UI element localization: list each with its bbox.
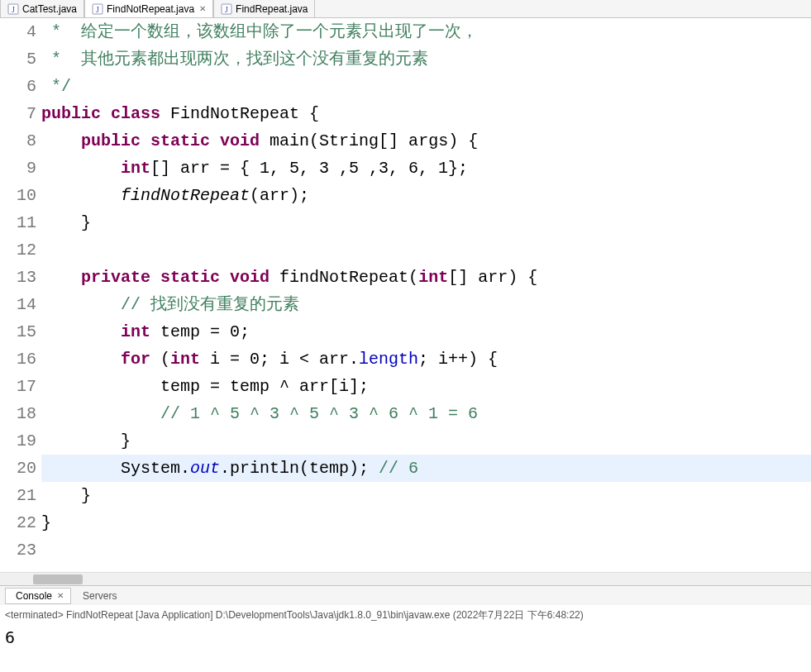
java-file-icon: J <box>221 3 232 15</box>
code-line-11[interactable]: } <box>41 209 811 236</box>
svg-text:J: J <box>12 5 15 14</box>
line-number: 7 <box>0 100 36 127</box>
code-line-5[interactable]: * 其他元素都出现两次，找到这个没有重复的元素 <box>41 45 811 73</box>
editor-tab-1[interactable]: JFindNotRepeat.java✕ <box>84 0 213 17</box>
line-number: 11 <box>0 209 36 236</box>
code-line-14[interactable]: // 找到没有重复的元素 <box>41 291 811 318</box>
line-number: 8 <box>0 127 36 155</box>
tab-label: FindRepeat.java <box>236 3 308 15</box>
code-line-9[interactable]: int[] arr = { 1, 5, 3 ,5 ,3, 6, 1}; <box>41 155 811 182</box>
code-line-16[interactable]: for (int i = 0; i < arr.length; i++) { <box>41 346 811 373</box>
code-line-8[interactable]: public static void main(String[] args) { <box>41 127 811 155</box>
java-file-icon: J <box>7 3 19 15</box>
line-number: 10 <box>0 182 36 209</box>
line-number: 9 <box>0 155 36 182</box>
line-number: 21 <box>0 482 36 509</box>
close-icon[interactable]: ✕ <box>199 4 206 13</box>
code-line-4[interactable]: * 给定一个数组，该数组中除了一个元素只出现了一次， <box>41 18 811 45</box>
line-number: 6 <box>0 73 36 100</box>
line-number: 14 <box>0 291 36 318</box>
svg-text:J: J <box>225 5 228 14</box>
tab-label: FindNotRepeat.java <box>107 3 194 15</box>
tab-console[interactable]: Console ✕ <box>5 588 71 604</box>
code-line-20[interactable]: System.out.println(temp); // 6 <box>41 455 811 482</box>
console-panel: <terminated> FindNotRepeat [Java Applica… <box>0 605 811 626</box>
line-number: 18 <box>0 400 36 427</box>
svg-text:J: J <box>96 5 99 14</box>
close-icon[interactable]: ✕ <box>57 591 64 600</box>
line-number: 13 <box>0 264 36 291</box>
line-number: 4 <box>0 18 36 45</box>
code-line-10[interactable]: findNotRepeat(arr); <box>41 182 811 209</box>
editor-tab-2[interactable]: JFindRepeat.java <box>213 0 315 17</box>
code-line-13[interactable]: private static void findNotRepeat(int[] … <box>41 264 811 291</box>
code-line-19[interactable]: } <box>41 427 811 455</box>
line-number: 20 <box>0 455 36 482</box>
code-line-6[interactable]: */ <box>41 73 811 100</box>
line-number: 23 <box>0 536 36 564</box>
code-editor: 4567891011121314151617181920212223 * 给定一… <box>0 18 811 572</box>
line-number: 16 <box>0 346 36 373</box>
terminated-line: <terminated> FindNotRepeat [Java Applica… <box>5 608 806 622</box>
console-tab-label: Console <box>16 590 52 602</box>
code-line-22[interactable]: } <box>41 509 811 536</box>
code-line-17[interactable]: temp = temp ^ arr[i]; <box>41 373 811 400</box>
line-number: 22 <box>0 509 36 536</box>
line-number: 15 <box>0 318 36 346</box>
line-number: 12 <box>0 236 36 264</box>
tab-label: CatTest.java <box>22 3 77 15</box>
code-line-12[interactable] <box>41 236 811 264</box>
code-line-23[interactable] <box>41 536 811 564</box>
java-file-icon: J <box>92 3 103 15</box>
code-line-18[interactable]: // 1 ^ 5 ^ 3 ^ 5 ^ 3 ^ 6 ^ 1 = 6 <box>41 400 811 427</box>
tab-servers[interactable]: Servers <box>73 589 123 603</box>
code-line-15[interactable]: int temp = 0; <box>41 318 811 346</box>
console-output: 6 <box>0 626 811 649</box>
code-line-7[interactable]: public class FindNotRepeat { <box>41 100 811 127</box>
horizontal-scrollbar[interactable] <box>0 572 811 585</box>
line-gutter: 4567891011121314151617181920212223 <box>0 18 41 572</box>
bottom-tab-bar: Console ✕ Servers <box>0 585 811 605</box>
editor-tab-bar: JCatTest.javaJFindNotRepeat.java✕JFindRe… <box>0 0 811 18</box>
code-area[interactable]: * 给定一个数组，该数组中除了一个元素只出现了一次， * 其他元素都出现两次，找… <box>41 18 811 572</box>
line-number: 19 <box>0 427 36 455</box>
scrollbar-thumb[interactable] <box>33 574 83 584</box>
line-number: 17 <box>0 373 36 400</box>
servers-tab-label: Servers <box>83 590 117 602</box>
editor-tab-0[interactable]: JCatTest.java <box>0 0 84 17</box>
code-line-21[interactable]: } <box>41 482 811 509</box>
line-number: 5 <box>0 45 36 73</box>
